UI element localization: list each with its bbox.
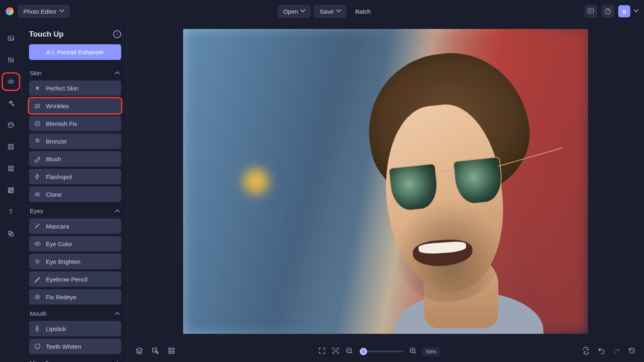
tool-fix-redeye[interactable]: Fix Redeye (29, 289, 121, 304)
rail-sliders-icon[interactable] (5, 54, 17, 66)
tool-clone[interactable]: Clone (29, 187, 121, 202)
save-button[interactable]: Save (314, 5, 346, 18)
svg-point-8 (9, 124, 10, 125)
tool-label: Flashspot (46, 173, 72, 180)
fullscreen-icon[interactable] (318, 347, 326, 356)
rail-sparkles-icon[interactable] (5, 97, 17, 109)
history-icon[interactable] (628, 347, 636, 356)
info-icon[interactable]: i (113, 30, 121, 38)
photo-preview (183, 29, 588, 334)
svg-point-23 (37, 193, 40, 196)
svg-point-4 (8, 58, 9, 60)
rail-palette-icon[interactable] (5, 119, 17, 131)
tool-blemish-fix[interactable]: Blemish Fix (29, 116, 121, 131)
mode-selector-label: Photo Editor (23, 8, 57, 15)
svg-point-7 (10, 81, 12, 82)
tool-eye-color[interactable]: Eye Color (29, 236, 121, 251)
fit-screen-icon[interactable] (332, 347, 340, 356)
open-button[interactable]: Open (278, 5, 311, 18)
canvas[interactable] (127, 23, 644, 341)
avatar[interactable]: S (618, 5, 630, 17)
chevron-down-icon (60, 9, 64, 13)
section-head-eyes[interactable]: Eyes (29, 204, 121, 218)
rail-frame-icon[interactable] (5, 141, 17, 153)
tool-label: Bronzer (46, 138, 67, 145)
svg-rect-14 (11, 166, 13, 168)
svg-point-9 (10, 123, 11, 124)
batch-button[interactable]: Batch (350, 5, 376, 18)
section-title: Miscellaneous (30, 360, 68, 362)
svg-point-25 (36, 260, 39, 263)
chevron-down-icon (337, 9, 341, 13)
tool-flashspot[interactable]: Flashspot (29, 169, 121, 184)
svg-rect-11 (8, 144, 13, 149)
tool-teeth-whiten[interactable]: Teeth Whiten (29, 339, 121, 354)
feedback-icon[interactable] (584, 5, 597, 18)
section-mouth: Mouth Lipstick Teeth Whiten (29, 307, 121, 354)
rail-overlay-icon[interactable] (5, 228, 17, 240)
tool-eyebrow-pencil[interactable]: Eyebrow Pencil (29, 272, 121, 287)
chevron-up-icon (116, 209, 120, 213)
section-title: Mouth (30, 310, 47, 317)
tool-mascara[interactable]: Mascara (29, 218, 121, 234)
batch-button-label: Batch (355, 8, 371, 15)
panel-title: Touch Up (29, 30, 64, 39)
tool-bronzer[interactable]: Bronzer (29, 134, 121, 149)
tool-perfect-skin[interactable]: Perfect Skin (29, 80, 121, 96)
compare-icon[interactable] (582, 347, 590, 356)
help-icon[interactable] (601, 5, 614, 18)
tool-lipstick[interactable]: Lipstick (29, 321, 121, 336)
section-misc: Miscellaneous Hair Color (29, 356, 121, 362)
svg-point-24 (37, 243, 38, 245)
zoom-in-icon[interactable] (409, 347, 417, 356)
zoom-slider-thumb[interactable] (360, 348, 367, 355)
grid-view-icon[interactable] (167, 347, 175, 356)
svg-point-5 (10, 60, 11, 61)
tool-eye-brighten[interactable]: Eye Brighten (29, 254, 121, 269)
rail-text-icon[interactable] (5, 206, 17, 218)
redo-icon[interactable] (613, 347, 621, 356)
tool-label: Mascara (46, 223, 69, 230)
zoom-percent[interactable]: 59% (423, 347, 440, 356)
mode-selector[interactable]: Photo Editor (18, 5, 70, 18)
ai-portrait-enhancer-button[interactable]: A.I. Portrait Enhancer (29, 44, 121, 60)
undo-icon[interactable] (597, 347, 605, 356)
save-button-label: Save (320, 8, 333, 15)
chevron-up-icon (116, 312, 120, 316)
section-eyes: Eyes Mascara Eye Color Eye Brighten Eyeb… (29, 204, 121, 304)
tool-label: Blush (46, 156, 61, 162)
svg-rect-15 (8, 169, 10, 171)
zoom-slider[interactable] (359, 351, 403, 352)
svg-rect-12 (10, 146, 12, 148)
chevron-down-icon[interactable] (634, 9, 638, 13)
avatar-letter: S (622, 8, 626, 15)
section-head-mouth[interactable]: Mouth (29, 307, 121, 321)
rail-image-icon[interactable] (5, 32, 17, 44)
rail-grid-icon[interactable] (5, 162, 17, 175)
zoom-out-icon[interactable] (345, 347, 353, 356)
section-head-misc[interactable]: Miscellaneous (29, 356, 121, 362)
rail-touchup-eye-icon[interactable] (5, 76, 17, 88)
svg-rect-31 (172, 348, 174, 350)
tool-rail (0, 23, 22, 362)
layers-icon[interactable] (135, 347, 143, 356)
chevron-down-icon (301, 9, 305, 13)
section-head-skin[interactable]: Skin (29, 66, 121, 80)
svg-rect-13 (8, 166, 10, 168)
tool-label: Wrinkles (46, 103, 69, 109)
tool-blush[interactable]: Blush (29, 151, 121, 167)
svg-point-27 (37, 296, 38, 298)
rail-texture-icon[interactable] (5, 184, 17, 196)
svg-rect-30 (169, 348, 171, 350)
popout-icon[interactable] (151, 347, 159, 356)
section-title: Skin (30, 70, 41, 76)
svg-point-3 (9, 37, 10, 38)
section-title: Eyes (30, 208, 43, 214)
tool-wrinkles[interactable]: Wrinkles (29, 98, 121, 113)
svg-rect-32 (169, 352, 171, 354)
tool-label: Blemish Fix (46, 120, 77, 127)
tool-label: Clone (46, 191, 62, 198)
touchup-panel: Touch Up i A.I. Portrait Enhancer Skin P… (22, 23, 127, 362)
bottom-bar: 59% (127, 341, 644, 362)
tool-label: Perfect Skin (46, 85, 78, 92)
